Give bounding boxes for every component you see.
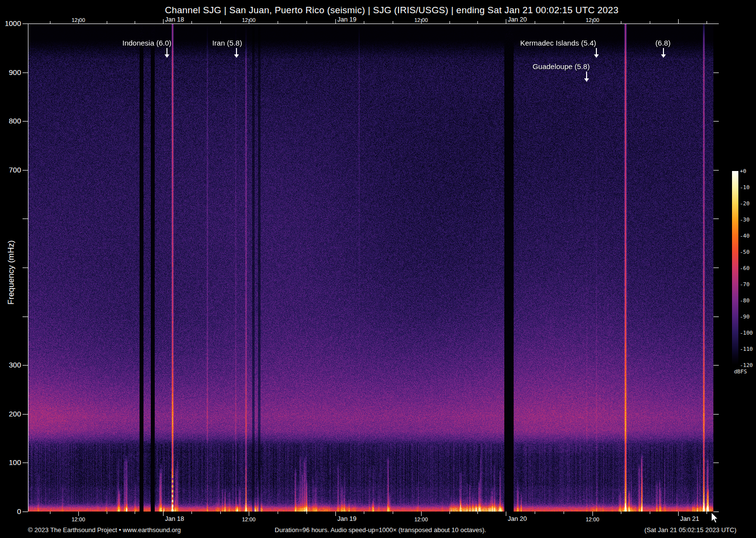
x-tick-label-top: Jan 19 xyxy=(337,16,356,23)
x-major-tick xyxy=(78,512,79,516)
y-tick-left xyxy=(23,121,28,122)
x-minor-tick xyxy=(650,512,650,514)
event-annotation-label: Kermadec Islands (5.4) xyxy=(520,39,596,47)
y-tick-right xyxy=(713,365,719,366)
x-tick-label-bottom: Jan 19 xyxy=(337,515,356,522)
footer-copyright: © 2023 The Earthsound Project • www.eart… xyxy=(28,526,181,534)
y-tick-label: 300 xyxy=(0,361,21,369)
colorbar-tick-label: -50 xyxy=(740,249,750,255)
y-tick-left xyxy=(23,170,28,171)
x-major-tick xyxy=(678,19,679,24)
event-annotation-label: (6.8) xyxy=(656,39,671,47)
down-arrow-icon xyxy=(234,48,239,59)
y-tick-label: 1000 xyxy=(0,19,21,27)
y-tick-label: 100 xyxy=(0,458,21,466)
y-tick-label: 700 xyxy=(0,166,21,174)
x-major-tick xyxy=(678,512,679,516)
x-minor-tick xyxy=(50,21,50,24)
x-tick-label-top: Jan 18 xyxy=(165,16,184,23)
x-tick-label-bottom: Jan 20 xyxy=(508,515,527,522)
y-tick-right xyxy=(713,73,719,73)
x-major-tick xyxy=(163,19,164,24)
y-tick-left xyxy=(23,463,28,463)
colorbar-tick-label: -10 xyxy=(740,184,750,191)
colorbar-tick-label: -100 xyxy=(740,330,753,336)
x-minor-tick xyxy=(135,21,135,24)
y-tick-label: 0 xyxy=(0,507,21,515)
x-tick-label-top: Jan 20 xyxy=(508,16,527,23)
y-tick-label: 900 xyxy=(0,68,21,76)
x-minor-tick xyxy=(191,512,192,514)
y-tick-left xyxy=(23,414,28,415)
x-major-tick xyxy=(249,512,249,516)
down-arrow-icon xyxy=(593,48,599,59)
x-tick-label-top: 12:00 xyxy=(414,17,428,23)
x-major-tick xyxy=(163,512,164,516)
x-tick-label-bottom: 12:00 xyxy=(414,516,428,522)
x-minor-tick xyxy=(107,512,107,514)
x-tick-label-bottom: 12:00 xyxy=(71,516,85,522)
x-tick-label-bottom: Jan 18 xyxy=(165,515,184,522)
y-tick-right xyxy=(713,268,719,268)
colorbar-tick-label: -110 xyxy=(740,346,753,352)
colorbar-tick-label: -20 xyxy=(740,200,750,207)
x-minor-tick xyxy=(364,21,364,24)
y-tick-right xyxy=(713,512,719,512)
x-minor-tick xyxy=(393,21,393,24)
colorbar-tick-label: -90 xyxy=(740,314,750,320)
x-minor-tick xyxy=(220,512,221,514)
x-minor-tick xyxy=(707,21,707,24)
y-tick-left xyxy=(23,512,28,512)
footer-end-time: (Sat Jan 21 05:02:15 2023 UTC) xyxy=(644,526,736,534)
y-tick-left xyxy=(23,24,28,24)
y-tick-left xyxy=(23,317,28,317)
colorbar-tick-label: +0 xyxy=(740,168,746,174)
y-tick-right xyxy=(713,317,719,317)
page-title: Channel SJG | San Juan, Puerto Rico (sei… xyxy=(165,5,618,16)
x-major-tick xyxy=(421,512,422,516)
x-major-tick xyxy=(335,19,336,24)
down-arrow-icon xyxy=(584,72,590,83)
colorbar-tick-label: -30 xyxy=(740,217,750,223)
y-tick-right xyxy=(713,219,719,219)
x-major-tick xyxy=(506,512,506,516)
x-minor-tick xyxy=(564,21,564,24)
y-tick-left xyxy=(23,268,28,268)
y-tick-right xyxy=(713,121,719,122)
x-minor-tick xyxy=(107,21,107,24)
y-axis-label: Frequency (mHz) xyxy=(6,233,16,312)
x-major-tick xyxy=(335,512,336,516)
event-annotation-label: Guadeloupe (5.8) xyxy=(533,62,590,71)
x-major-tick xyxy=(506,19,506,24)
event-annotation-label: Indonesia (6.0) xyxy=(122,39,171,47)
x-minor-tick xyxy=(449,512,450,514)
x-minor-tick xyxy=(278,21,278,24)
x-major-tick xyxy=(592,512,593,516)
x-minor-tick xyxy=(278,512,278,514)
x-minor-tick xyxy=(535,512,535,514)
x-tick-label-bottom: 12:00 xyxy=(242,516,256,522)
y-tick-left xyxy=(23,365,28,366)
y-tick-label: 800 xyxy=(0,117,21,125)
y-tick-left xyxy=(23,73,28,73)
y-tick-right xyxy=(713,170,719,171)
x-tick-label-top: 12:00 xyxy=(586,17,599,23)
colorbar-tick-label: -60 xyxy=(740,265,750,271)
x-minor-tick xyxy=(535,21,535,24)
footer-duration: Duration=96 hours. Audio speed-up=1000× … xyxy=(275,526,486,534)
x-minor-tick xyxy=(393,512,393,514)
x-tick-label-bottom: 12:00 xyxy=(586,516,599,522)
x-minor-tick xyxy=(307,512,307,514)
y-tick-left xyxy=(23,219,28,219)
y-tick-right xyxy=(713,414,719,415)
x-minor-tick xyxy=(307,21,307,24)
mouse-cursor-icon xyxy=(711,513,721,525)
y-tick-right xyxy=(713,24,719,24)
colorbar-tick-label: -70 xyxy=(740,281,750,288)
x-tick-label-top: 12:00 xyxy=(242,17,256,23)
colorbar xyxy=(732,171,738,365)
colorbar-tick-label: -80 xyxy=(740,297,750,304)
x-minor-tick xyxy=(477,21,478,24)
colorbar-tick-label: -120 xyxy=(740,362,753,368)
x-minor-tick xyxy=(621,512,621,514)
